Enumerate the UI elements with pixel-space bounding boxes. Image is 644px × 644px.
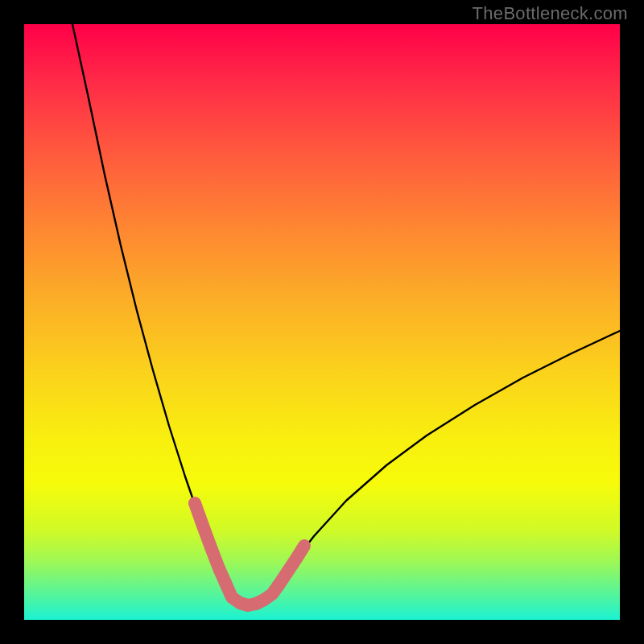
watermark-text: TheBottleneck.com (473, 3, 628, 24)
highlight-segment-valley (225, 583, 279, 605)
highlight-segment-right (279, 546, 304, 585)
chart-frame (24, 24, 620, 620)
highlight-segment-left (195, 503, 225, 583)
chart-svg (24, 24, 620, 620)
main-curve-path (72, 24, 620, 605)
